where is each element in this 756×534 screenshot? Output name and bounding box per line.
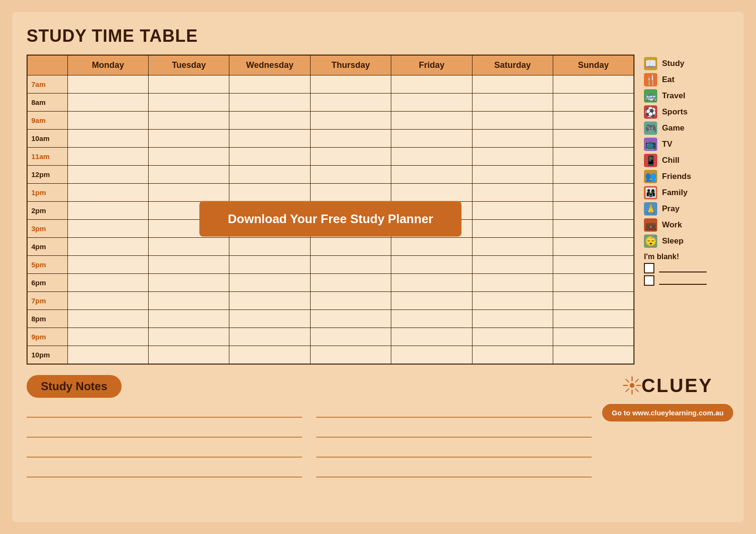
data-cell[interactable] xyxy=(391,328,472,346)
data-cell[interactable] xyxy=(67,328,148,346)
data-cell[interactable] xyxy=(229,202,310,220)
data-cell[interactable] xyxy=(391,202,472,220)
data-cell[interactable] xyxy=(472,112,553,130)
data-cell[interactable] xyxy=(553,130,634,148)
data-cell[interactable] xyxy=(149,112,229,130)
data-cell[interactable] xyxy=(472,94,553,112)
data-cell[interactable] xyxy=(149,238,229,256)
data-cell[interactable] xyxy=(310,166,391,184)
data-cell[interactable] xyxy=(229,220,310,238)
data-cell[interactable] xyxy=(553,94,634,112)
data-cell[interactable] xyxy=(391,310,472,328)
data-cell[interactable] xyxy=(310,220,391,238)
data-cell[interactable] xyxy=(553,292,634,310)
data-cell[interactable] xyxy=(310,202,391,220)
data-cell[interactable] xyxy=(149,256,229,274)
data-cell[interactable] xyxy=(229,328,310,346)
website-button[interactable]: Go to www.clueylearning.com.au xyxy=(602,404,733,422)
data-cell[interactable] xyxy=(553,328,634,346)
data-cell[interactable] xyxy=(149,274,229,292)
data-cell[interactable] xyxy=(391,184,472,202)
data-cell[interactable] xyxy=(149,346,229,364)
data-cell[interactable] xyxy=(149,75,229,94)
data-cell[interactable] xyxy=(229,346,310,364)
data-cell[interactable] xyxy=(149,310,229,328)
data-cell[interactable] xyxy=(391,274,472,292)
data-cell[interactable] xyxy=(391,75,472,94)
data-cell[interactable] xyxy=(229,274,310,292)
data-cell[interactable] xyxy=(229,166,310,184)
data-cell[interactable] xyxy=(553,202,634,220)
data-cell[interactable] xyxy=(391,94,472,112)
data-cell[interactable] xyxy=(310,346,391,364)
data-cell[interactable] xyxy=(472,310,553,328)
data-cell[interactable] xyxy=(229,75,310,94)
data-cell[interactable] xyxy=(229,310,310,328)
data-cell[interactable] xyxy=(391,238,472,256)
blank-checkbox-2[interactable] xyxy=(644,275,654,286)
data-cell[interactable] xyxy=(67,94,148,112)
data-cell[interactable] xyxy=(391,346,472,364)
data-cell[interactable] xyxy=(229,94,310,112)
data-cell[interactable] xyxy=(229,184,310,202)
data-cell[interactable] xyxy=(472,75,553,94)
data-cell[interactable] xyxy=(553,346,634,364)
data-cell[interactable] xyxy=(67,238,148,256)
data-cell[interactable] xyxy=(149,130,229,148)
data-cell[interactable] xyxy=(229,238,310,256)
data-cell[interactable] xyxy=(391,130,472,148)
data-cell[interactable] xyxy=(472,130,553,148)
data-cell[interactable] xyxy=(229,148,310,166)
data-cell[interactable] xyxy=(67,184,148,202)
data-cell[interactable] xyxy=(310,75,391,94)
data-cell[interactable] xyxy=(67,148,148,166)
data-cell[interactable] xyxy=(67,310,148,328)
data-cell[interactable] xyxy=(472,292,553,310)
data-cell[interactable] xyxy=(310,328,391,346)
data-cell[interactable] xyxy=(67,220,148,238)
data-cell[interactable] xyxy=(229,112,310,130)
data-cell[interactable] xyxy=(310,112,391,130)
data-cell[interactable] xyxy=(553,238,634,256)
data-cell[interactable] xyxy=(472,220,553,238)
data-cell[interactable] xyxy=(67,292,148,310)
data-cell[interactable] xyxy=(553,256,634,274)
data-cell[interactable] xyxy=(229,292,310,310)
data-cell[interactable] xyxy=(67,130,148,148)
data-cell[interactable] xyxy=(472,256,553,274)
data-cell[interactable] xyxy=(229,130,310,148)
data-cell[interactable] xyxy=(149,94,229,112)
data-cell[interactable] xyxy=(472,202,553,220)
data-cell[interactable] xyxy=(310,274,391,292)
data-cell[interactable] xyxy=(149,166,229,184)
data-cell[interactable] xyxy=(149,328,229,346)
data-cell[interactable] xyxy=(391,148,472,166)
data-cell[interactable] xyxy=(67,166,148,184)
data-cell[interactable] xyxy=(472,274,553,292)
blank-checkbox-1[interactable] xyxy=(644,263,654,273)
data-cell[interactable] xyxy=(472,166,553,184)
data-cell[interactable] xyxy=(67,202,148,220)
data-cell[interactable] xyxy=(149,148,229,166)
data-cell[interactable] xyxy=(149,292,229,310)
data-cell[interactable] xyxy=(149,184,229,202)
data-cell[interactable] xyxy=(310,94,391,112)
data-cell[interactable] xyxy=(310,148,391,166)
data-cell[interactable] xyxy=(391,166,472,184)
data-cell[interactable] xyxy=(310,130,391,148)
data-cell[interactable] xyxy=(553,310,634,328)
data-cell[interactable] xyxy=(310,184,391,202)
data-cell[interactable] xyxy=(391,256,472,274)
data-cell[interactable] xyxy=(310,310,391,328)
data-cell[interactable] xyxy=(553,112,634,130)
data-cell[interactable] xyxy=(67,75,148,94)
data-cell[interactable] xyxy=(472,328,553,346)
data-cell[interactable] xyxy=(67,346,148,364)
data-cell[interactable] xyxy=(391,220,472,238)
data-cell[interactable] xyxy=(310,238,391,256)
data-cell[interactable] xyxy=(553,184,634,202)
data-cell[interactable] xyxy=(310,292,391,310)
data-cell[interactable] xyxy=(472,184,553,202)
data-cell[interactable] xyxy=(67,256,148,274)
data-cell[interactable] xyxy=(553,148,634,166)
